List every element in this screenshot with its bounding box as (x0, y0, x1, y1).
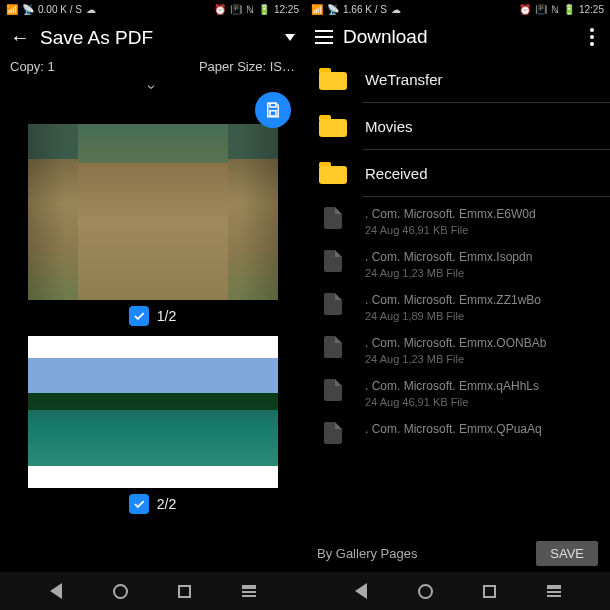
preview-page-1[interactable] (28, 124, 278, 300)
file-icon (324, 207, 342, 229)
vibrate-icon: 📳 (535, 4, 547, 15)
signal-icon: 📶 (6, 4, 18, 15)
nav-back-button[interactable] (352, 582, 370, 600)
bottom-action-bar: By Gallery Pages SAVE (305, 535, 610, 572)
wifi-icon: 📡 (22, 4, 34, 15)
folder-item[interactable]: Received (305, 150, 610, 188)
file-item[interactable]: . Com. Microsoft. Emmx.OONBAb24 Aug 1,23… (305, 326, 610, 369)
more-menu-icon[interactable] (584, 26, 600, 48)
page-title: Download (343, 26, 428, 48)
right-pane: 📶 📡 1.66 K / S ☁ ⏰ 📳 ℕ 🔋 12:25 Download (305, 0, 610, 572)
nav-drawer-button[interactable] (545, 582, 563, 600)
save-icon (264, 101, 282, 119)
file-item[interactable]: . Com. Microsoft. Emmx.E6W0d24 Aug 46,91… (305, 197, 610, 240)
app-bar-right: Download (305, 18, 610, 56)
svg-rect-1 (270, 111, 276, 116)
folder-icon (319, 68, 347, 90)
folder-label: WeTransfer (365, 71, 443, 88)
battery-icon: 🔋 (563, 4, 575, 15)
signal-icon: 📶 (311, 4, 323, 15)
folder-item[interactable]: Movies (305, 103, 610, 141)
net-speed: 0.00 K / S (38, 4, 82, 15)
cloud-icon: ☁ (391, 4, 401, 15)
expand-chevron-icon[interactable]: › (144, 85, 160, 90)
clock: 12:25 (579, 4, 604, 15)
app-bar-left: ← Save As PDF (0, 18, 305, 57)
clock: 12:25 (274, 4, 299, 15)
vibrate-icon: 📳 (230, 4, 242, 15)
system-nav-bar (0, 572, 610, 610)
page-previews: 1/2 2/2 (0, 98, 305, 572)
check-icon (132, 497, 146, 511)
folder-icon (319, 162, 347, 184)
file-item[interactable]: . Com. Microsoft. Emmx.qAHhLs24 Aug 46,9… (305, 369, 610, 412)
folder-item[interactable]: WeTransfer (305, 56, 610, 94)
page-1-checkbox[interactable] (129, 306, 149, 326)
back-arrow-icon[interactable]: ← (10, 26, 30, 49)
file-list: WeTransfer Movies Received . Com. Micros… (305, 56, 610, 535)
file-icon (324, 379, 342, 401)
hamburger-icon[interactable] (315, 30, 333, 44)
nfc-icon: ℕ (551, 4, 559, 15)
folder-icon (319, 115, 347, 137)
nfc-icon: ℕ (246, 4, 254, 15)
folder-label: Movies (365, 118, 413, 135)
nav-home-button[interactable] (111, 582, 129, 600)
copy-count[interactable]: Copy: 1 (10, 59, 55, 74)
save-pdf-fab[interactable] (255, 92, 291, 128)
nav-recent-button[interactable] (481, 582, 499, 600)
nav-drawer-button[interactable] (240, 582, 258, 600)
folder-label: Received (365, 165, 428, 182)
left-pane: 📶 📡 0.00 K / S ☁ ⏰ 📳 ℕ 🔋 12:25 ← Save As… (0, 0, 305, 572)
alarm-icon: ⏰ (214, 4, 226, 15)
file-item[interactable]: . Com. Microsoft. Emmx.Isopdn24 Aug 1,23… (305, 240, 610, 283)
file-icon (324, 293, 342, 315)
preview-page-2[interactable] (28, 336, 278, 488)
file-item[interactable]: . Com. Microsoft. Emmx.ZZ1wBo24 Aug 1,89… (305, 283, 610, 326)
paper-size[interactable]: Paper Size: IS… (199, 59, 295, 74)
status-bar-left: 📶 📡 0.00 K / S ☁ ⏰ 📳 ℕ 🔋 12:25 (0, 0, 305, 18)
page-counter: 2/2 (157, 496, 176, 512)
page-indicator-1: 1/2 (0, 306, 305, 326)
nav-recent-button[interactable] (176, 582, 194, 600)
file-icon (324, 422, 342, 444)
dropdown-icon[interactable] (285, 34, 295, 41)
page-title: Save As PDF (40, 27, 153, 49)
wifi-icon: 📡 (327, 4, 339, 15)
alarm-icon: ⏰ (519, 4, 531, 15)
file-item[interactable]: . Com. Microsoft. Emmx.QPuaAq (305, 412, 610, 448)
battery-icon: 🔋 (258, 4, 270, 15)
cloud-icon: ☁ (86, 4, 96, 15)
page-2-checkbox[interactable] (129, 494, 149, 514)
file-icon (324, 250, 342, 272)
check-icon (132, 309, 146, 323)
net-speed: 1.66 K / S (343, 4, 387, 15)
page-indicator-2: 2/2 (0, 494, 305, 514)
nav-back-button[interactable] (47, 582, 65, 600)
status-bar-right: 📶 📡 1.66 K / S ☁ ⏰ 📳 ℕ 🔋 12:25 (305, 0, 610, 18)
print-options-bar: Copy: 1 Paper Size: IS… (0, 57, 305, 78)
source-label: By Gallery Pages (317, 546, 417, 561)
save-button[interactable]: SAVE (536, 541, 598, 566)
file-icon (324, 336, 342, 358)
page-counter: 1/2 (157, 308, 176, 324)
svg-rect-0 (270, 103, 276, 107)
nav-home-button[interactable] (416, 582, 434, 600)
